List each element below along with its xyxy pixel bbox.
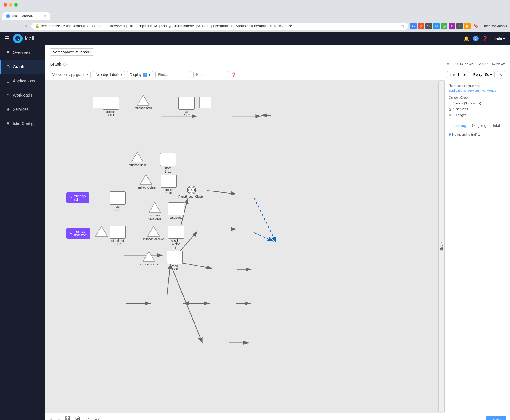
passthrough-node[interactable]: ⚙ PassthroughCluster (179, 186, 205, 198)
browser-controls: ← → ↻ 🔒 localhost:56179/kiali/console/gr… (0, 20, 510, 32)
mushop-orders-label: mushop-orders (136, 186, 156, 189)
tab-outgoing[interactable]: Outgoing (469, 122, 490, 130)
mushop-orders-triangle (139, 174, 152, 185)
edge-label-selector[interactable]: No edge labels ▾ (93, 71, 125, 78)
sidebar-item-istio-config[interactable]: ⊜ Istio Config (0, 116, 45, 131)
display-selector[interactable]: Display 7 ▾ (127, 71, 153, 78)
sidebar-item-applications[interactable]: ◻ Applications (0, 74, 45, 88)
window-minimize[interactable] (9, 3, 12, 7)
mushop-api-icon: Ψ (69, 196, 72, 200)
window-maximize[interactable] (14, 3, 18, 7)
mushop-carts-triangle (142, 251, 155, 262)
back-button[interactable]: ← (3, 22, 11, 30)
nats-service-box (179, 97, 195, 110)
svg-marker-31 (148, 226, 160, 236)
graph-info-icon[interactable]: ⓘ (63, 61, 67, 67)
graph-type-selector[interactable]: Versioned app graph ▾ (50, 71, 91, 78)
ext-icon-1[interactable]: G (410, 23, 417, 29)
storefront-node[interactable]: storefront2.1.2 (110, 226, 126, 246)
forward-button[interactable]: → (12, 22, 20, 30)
ext-icon-7[interactable]: ≡ (456, 23, 463, 29)
mushop-nats-label: mushop-nats (135, 106, 152, 110)
find-input[interactable] (155, 71, 191, 78)
fit-graph-button[interactable] (64, 415, 71, 420)
user-service-box (160, 153, 176, 166)
current-graph-section: Current Graph: ☐ 9 apps (9 versions) ◎ 9… (449, 96, 506, 118)
api-service-box (110, 191, 126, 205)
user-node[interactable]: user1.1.0 (160, 153, 176, 173)
passthrough-label: PassthroughCluster (179, 195, 205, 198)
help-icon[interactable]: ❓ (482, 36, 488, 41)
ext-icon-8[interactable]: ▶ (464, 23, 471, 29)
namespace-selector[interactable]: Namespace: mushop ▾ (50, 48, 94, 56)
ext-icon-5[interactable]: ◎ (441, 23, 447, 29)
nav-toggle[interactable]: 1 (473, 36, 478, 41)
session-node[interactable]: sessionalpine (168, 226, 184, 246)
graph-type-dropdown-icon: ▾ (87, 73, 88, 76)
layout-2-button[interactable]: ⚬2 (93, 416, 101, 420)
zoom-in-button[interactable]: + (49, 416, 54, 420)
tab-total[interactable]: Total (489, 122, 503, 130)
hide-panel-button[interactable]: Hide » (438, 80, 445, 413)
mushop-storefront-app[interactable]: Ψ mushop-storefront (66, 228, 90, 239)
refresh-button[interactable]: ↻ (497, 71, 505, 78)
catalogue-node[interactable]: catalogue1.2 (168, 202, 184, 223)
mushop-nats-node[interactable]: mushop-nats (135, 95, 152, 110)
find-help-icon[interactable]: ❓ (231, 72, 236, 77)
address-bar[interactable]: 🔒 localhost:56179/kiali/console/graph/na… (31, 23, 408, 30)
window-close[interactable] (4, 3, 7, 7)
mushop-user-node[interactable]: mushop-user (129, 151, 146, 167)
carts-node[interactable]: carts1.2.0 (167, 251, 183, 271)
orders-service-box (161, 175, 177, 188)
ext-icon-2[interactable]: ⚡ (418, 23, 424, 29)
storefront-workload-node[interactable] (95, 226, 108, 237)
hamburger-icon[interactable]: ☰ (5, 35, 9, 42)
sidebar-label-applications: Applications (13, 79, 35, 83)
sidebar-item-services[interactable]: ◈ Services (0, 102, 45, 116)
namespace-dropdown-icon: ▾ (90, 50, 92, 54)
time-range-selector[interactable]: Last 1m ▾ (447, 71, 468, 78)
user-menu[interactable]: admin ▾ (492, 36, 505, 41)
ext-icon-6[interactable]: P (449, 23, 455, 29)
sidebar: ⊞ Overview ⬡ Graph ◻ Applications ⚙ Work… (0, 45, 45, 420)
sidebar-item-graph[interactable]: ⬡ Graph (0, 60, 45, 74)
bookmark-star-icon[interactable]: ☆ (401, 24, 405, 28)
graph-header: Graph ⓘ Mar 09, 14:55:45 ... Mar 09, 14:… (45, 59, 510, 69)
mushop-api-app[interactable]: Ψ mushop-api (66, 192, 89, 203)
refresh-selector[interactable]: Every 15s ▾ (471, 71, 495, 78)
new-tab-button[interactable]: + (51, 12, 59, 20)
tab-close-icon[interactable]: × (44, 14, 46, 18)
mushop-catalogue-node[interactable]: mushop-catalogue (143, 202, 167, 220)
ext-icon-4[interactable]: M (433, 23, 440, 29)
hide-input[interactable] (193, 71, 229, 78)
layout-1-button[interactable]: ⚬1 (84, 416, 91, 420)
nats-node[interactable]: nats2.1.2 (179, 97, 195, 117)
hide-panel-label: Hide » (440, 242, 443, 251)
mushop-api-label: mushop-api (74, 194, 86, 201)
mushop-carts-node[interactable]: mushop-carts (140, 251, 158, 266)
layout-default-button[interactable] (74, 415, 82, 420)
notification-bell-icon[interactable]: 🔔 (463, 36, 469, 41)
svg-line-22 (170, 264, 203, 343)
tab-incoming[interactable]: Incoming (449, 122, 469, 130)
sidebar-item-overview[interactable]: ⊞ Overview (0, 45, 45, 60)
mushop-orders-node[interactable]: mushop-orders (136, 174, 156, 189)
ext-icon-3[interactable]: 🛡 (425, 23, 432, 29)
sidebar-label-services: Services (13, 107, 29, 112)
zoom-out-button[interactable]: − (56, 416, 61, 420)
mushop-session-node[interactable]: mushop-session (143, 226, 165, 241)
namespace-links[interactable]: applications, services, workloads (449, 89, 506, 92)
app-container: ⊞ Overview ⬡ Graph ◻ Applications ⚙ Work… (0, 45, 510, 420)
mushop-storefront-label: mushop-storefront (74, 230, 87, 237)
apps-stat-value: 9 apps (9 versions) (453, 100, 481, 106)
legend-button[interactable]: Legend (486, 416, 506, 420)
namespace-section: Namespace: mushop applications, services… (449, 84, 506, 92)
graph-canvas[interactable]: fulfillment1.0.1 mushop-nats (45, 80, 438, 413)
sidebar-item-workloads[interactable]: ⚙ Workloads (0, 88, 45, 102)
reload-button[interactable]: ↻ (22, 22, 30, 30)
apps-stat: ☐ 9 apps (9 versions) (449, 100, 506, 106)
orders-node[interactable]: orders2.0.0 (161, 175, 177, 195)
browser-active-tab[interactable]: Kiali Console × (2, 12, 50, 20)
api-node[interactable]: api2.2.1 (110, 191, 126, 212)
fulfillment-node[interactable]: fulfillment1.0.1 (103, 97, 119, 117)
